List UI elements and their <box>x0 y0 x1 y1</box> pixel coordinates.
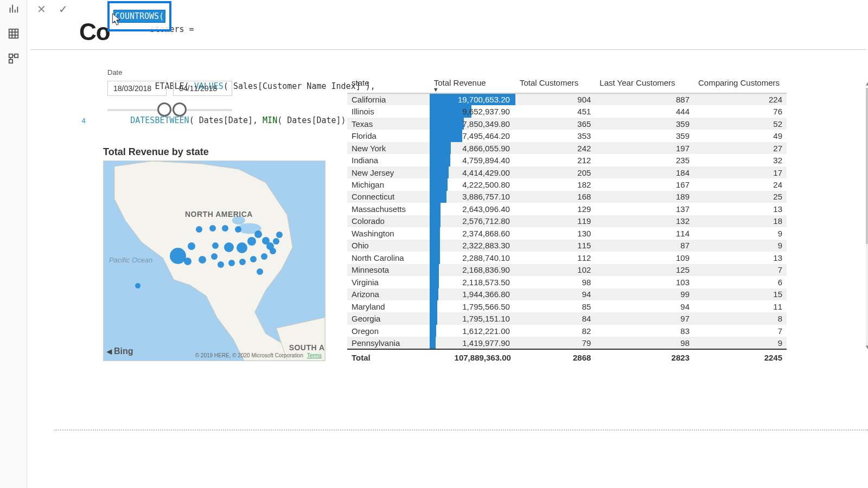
table-row[interactable]: New Jersey4,414,429.0020518417 <box>347 166 787 178</box>
scrollbar-track[interactable] <box>866 88 868 348</box>
slider-thumb-left[interactable] <box>157 102 171 117</box>
table-row[interactable]: Oregon1,612,221.0082837 <box>347 325 787 337</box>
cell-total-customers: 353 <box>515 130 595 142</box>
table-row[interactable]: Massachusetts2,643,096.4012913713 <box>347 203 787 215</box>
slider-thumb-right[interactable] <box>173 102 187 117</box>
cell-last-year: 83 <box>595 325 694 337</box>
date-slider[interactable] <box>107 102 232 119</box>
table-row[interactable]: Virginia2,118,573.50981036 <box>347 276 787 288</box>
scroll-up-button[interactable]: ▴ <box>864 79 868 87</box>
map-bubble[interactable] <box>254 230 262 238</box>
map-bubble[interactable] <box>273 238 279 245</box>
cancel-formula-button[interactable]: ✕ <box>30 1 52 17</box>
col-header-total-customers[interactable]: Total Customers <box>515 77 595 93</box>
table-row[interactable]: Georgia1,795,151.1084978 <box>347 312 787 324</box>
table-row[interactable]: Ohio2,322,883.30115879 <box>347 240 787 252</box>
table-row[interactable]: New York4,866,055.9024219727 <box>347 142 787 154</box>
cell-last-year: 87 <box>595 240 694 252</box>
date-from-input[interactable]: 18/03/2018 <box>107 81 167 96</box>
cell-comparing: 7 <box>694 325 787 337</box>
table-row[interactable]: Texas7,850,349.8036535952 <box>347 118 787 130</box>
scrollbar-thumb[interactable] <box>866 88 868 244</box>
data-view-icon[interactable] <box>7 27 20 40</box>
map-bubble[interactable] <box>222 225 228 232</box>
table-row[interactable]: Washington2,374,868.601301149 <box>347 227 787 239</box>
cell-total-customers: 119 <box>515 215 595 227</box>
cell-last-year: 132 <box>595 215 694 227</box>
map-visual[interactable]: NORTH AMERICA SOUTH AI Pacific Ocean ▸Bi… <box>103 160 326 361</box>
cell-last-year: 109 <box>595 252 694 264</box>
map-bubble[interactable] <box>224 242 234 252</box>
table-row[interactable]: Indiana4,759,894.4021223532 <box>347 154 787 166</box>
cell-revenue: 2,118,573.50 <box>430 276 515 288</box>
map-bubble[interactable] <box>270 248 276 254</box>
cell-revenue: 2,168,836.90 <box>430 264 515 276</box>
map-bubble[interactable] <box>218 261 224 268</box>
cursor-icon <box>112 13 122 26</box>
cell-state: Florida <box>347 130 430 142</box>
table-row[interactable]: Illinois9,652,937.9045144476 <box>347 105 787 117</box>
map-bubble[interactable] <box>235 226 241 233</box>
bing-text: Bing <box>114 346 133 356</box>
table-row[interactable]: Michigan4,222,500.8018216724 <box>347 178 787 190</box>
cell-comparing: 13 <box>694 252 787 264</box>
report-view-icon[interactable] <box>7 2 20 15</box>
cell-revenue: 3,886,757.10 <box>430 191 515 203</box>
col-header-comparing[interactable]: Comparing Customers <box>694 77 787 93</box>
map-bubble[interactable] <box>237 242 247 253</box>
cell-total-customers: 112 <box>515 252 595 264</box>
cell-revenue: 4,222,500.80 <box>430 178 515 190</box>
map-bubble[interactable] <box>257 268 263 275</box>
table-row[interactable]: Connecticut3,886,757.1016818925 <box>347 191 787 203</box>
col-header-revenue[interactable]: Total Revenue ▼ <box>430 77 515 93</box>
map-bubble[interactable] <box>135 283 141 288</box>
map-bubble[interactable] <box>239 259 246 265</box>
map-bubble[interactable] <box>184 258 192 265</box>
cell-revenue: 9,652,937.90 <box>430 105 515 117</box>
map-terms-link[interactable]: Terms <box>307 352 322 358</box>
cell-state: Illinois <box>347 105 430 117</box>
cell-last-year: 167 <box>595 178 694 190</box>
map-bubble[interactable] <box>199 256 206 264</box>
cell-comparing: 9 <box>694 240 787 252</box>
map-bubble[interactable] <box>212 242 219 249</box>
commit-formula-button[interactable]: ✓ <box>52 1 74 17</box>
map-bubble[interactable] <box>188 242 195 250</box>
cell-revenue: 2,322,883.30 <box>430 240 515 252</box>
table-row[interactable]: Pennsylvania1,419,977.9079989 <box>347 337 787 349</box>
cell-comparing: 7 <box>694 264 787 276</box>
data-table-visual[interactable]: state Total Revenue ▼ Total Customers La… <box>347 77 787 364</box>
map-bubble[interactable] <box>250 256 257 262</box>
cell-revenue: 4,866,055.90 <box>430 142 515 154</box>
cell-state: New York <box>347 142 430 154</box>
bing-logo: ▸Bing <box>107 345 133 357</box>
map-bubble[interactable] <box>211 253 218 260</box>
model-view-icon[interactable] <box>7 52 20 65</box>
date-slicer[interactable]: Date 18/03/2018 04/11/2018 <box>107 68 232 119</box>
cell-total-customers: 904 <box>515 93 595 105</box>
map-bubble[interactable] <box>209 225 216 232</box>
scroll-down-button[interactable]: ▾ <box>864 343 868 350</box>
cell-comparing: 13 <box>694 203 787 215</box>
table-row[interactable]: Florida7,495,464.2035335949 <box>347 130 787 142</box>
map-label-na: NORTH AMERICA <box>185 210 253 219</box>
map-bubble[interactable] <box>261 253 267 260</box>
map-bubble[interactable] <box>196 226 202 233</box>
table-row[interactable]: Arizona1,944,366.80949915 <box>347 288 787 300</box>
table-row[interactable]: California19,700,653.20904887224 <box>347 93 787 105</box>
table-row[interactable]: Minnesota2,168,836.901021257 <box>347 264 787 276</box>
table-row[interactable]: Maryland1,795,566.50859411 <box>347 300 787 312</box>
map-bubble[interactable] <box>228 260 235 266</box>
cell-total-customers: 365 <box>515 118 595 130</box>
col-header-state[interactable]: state <box>347 77 430 93</box>
map-bubble[interactable] <box>247 237 256 246</box>
date-to-input[interactable]: 04/11/2018 <box>173 81 232 96</box>
cell-total-customers: 98 <box>515 276 595 288</box>
table-row[interactable]: Colorado2,576,712.8011913218 <box>347 215 787 227</box>
table-row[interactable]: North Carolina2,288,740.1011210913 <box>347 252 787 264</box>
map-bubble[interactable] <box>276 232 283 238</box>
cell-comparing: 224 <box>694 93 787 105</box>
cell-total-customers: 130 <box>515 227 595 239</box>
cell-last-year: 359 <box>595 130 694 142</box>
col-header-last-year[interactable]: Last Year Customers <box>595 77 694 93</box>
